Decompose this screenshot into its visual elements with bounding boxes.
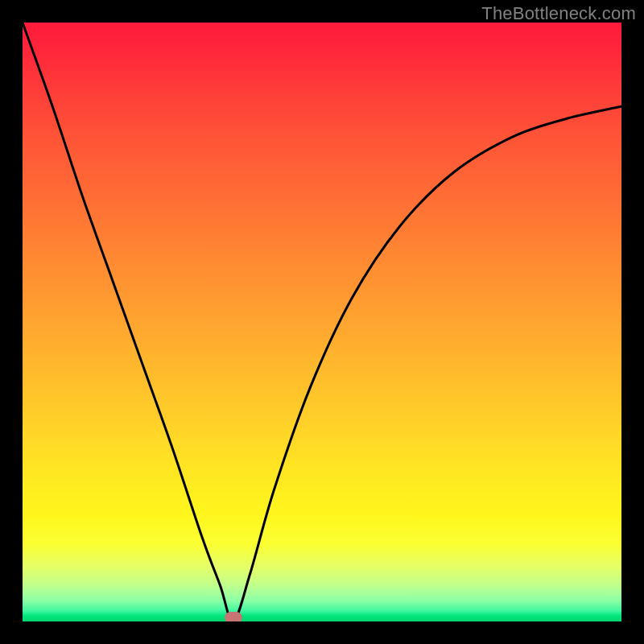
- bottleneck-curve: [23, 23, 621, 621]
- optimal-marker-icon: [225, 612, 242, 621]
- chart-frame: TheBottleneck.com: [0, 0, 644, 644]
- plot-area: [23, 23, 621, 621]
- watermark-text: TheBottleneck.com: [481, 3, 636, 24]
